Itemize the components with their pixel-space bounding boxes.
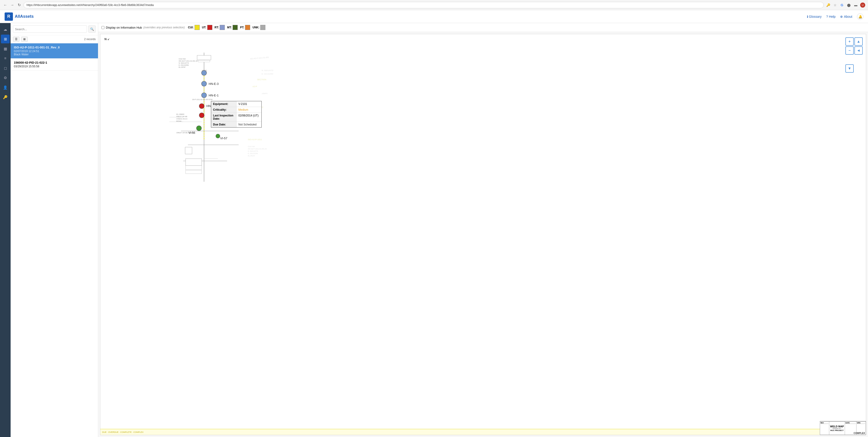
- svg-text:ISO-A2-P-1011: ISO-A2-P-1011: [248, 138, 262, 141]
- svg-text:CO2 NO: CO2 NO: [248, 146, 255, 148]
- svg-text:E: 231131550: E: 231131550: [262, 73, 273, 75]
- browser-bar: ← → ↻ 🔑 ☆ G ⬤ ▬ U: [0, 0, 868, 10]
- mt-swatch: [232, 25, 238, 30]
- criticality-label: Criticality:: [211, 107, 237, 113]
- svg-rect-8: [197, 55, 211, 60]
- svg-text:OREST OR ME NORTH: OREST OR ME NORTH: [176, 132, 194, 133]
- cui-swatch: [194, 25, 200, 30]
- svg-text:10NPS: 10NPS: [262, 92, 268, 95]
- menu-icon[interactable]: ▬: [853, 3, 858, 8]
- nav-controls: + ▲ − ◄ ▼ ►: [845, 37, 863, 73]
- tooltip-row-equipment: Equipment: V-2101: [211, 101, 261, 107]
- node-VI-57[interactable]: [216, 134, 220, 138]
- left-panel: 🔍 ☰ ⊞ 2 records ISO-A2-P-1011-01-001-31_…: [10, 23, 98, 437]
- node-VI-56[interactable]: [196, 126, 202, 131]
- sidebar-item-box[interactable]: ◻: [1, 64, 10, 72]
- sidebar-item-cloud[interactable]: ☁: [1, 25, 10, 34]
- mt-label: MT:: [227, 26, 232, 29]
- sidebar-item-settings[interactable]: ⚙: [1, 73, 10, 82]
- pt-label: PT:: [240, 26, 244, 29]
- rev-cell: REV: [820, 422, 829, 435]
- bottom-label-text: DUE · OVERDUE · COMPLETE · COMPLEX: [102, 431, 144, 433]
- key-browser-icon[interactable]: 🔑: [826, 3, 831, 8]
- zoom-out-btn[interactable]: −: [845, 46, 854, 55]
- svg-text:BOSAL...: BOSAL...: [176, 120, 183, 122]
- search-button[interactable]: 🔍: [88, 25, 96, 33]
- rt-label: RT:: [215, 26, 219, 29]
- main-content: Display on Information Hub (overrides an…: [98, 23, 868, 437]
- weld-map-title-cell: WELD MAP DRAWN BY: RUC PROJECT: [829, 422, 845, 435]
- sidebar-item-grid[interactable]: ▦: [1, 44, 10, 53]
- item-date-1: 03/29/2019 15:55:58: [14, 65, 95, 68]
- list-item-1[interactable]: 156000-42-PID-21-022-1 03/29/2019 15:55:…: [10, 59, 98, 70]
- node-HN-E-1[interactable]: [202, 93, 207, 98]
- cui-label: CUI:: [188, 26, 194, 29]
- content-toolbar: Display on Information Hub (overrides an…: [98, 23, 868, 32]
- svg-text:N: 332110773: N: 332110773: [262, 69, 273, 71]
- sidebar-item-list[interactable]: ≡: [1, 54, 10, 63]
- star-browser-icon[interactable]: ☆: [833, 3, 838, 8]
- refresh-button[interactable]: ↻: [17, 3, 22, 8]
- search-input[interactable]: [13, 25, 87, 33]
- back-button[interactable]: ←: [3, 3, 8, 8]
- unk-label: UNK:: [252, 26, 259, 29]
- grid-view-btn[interactable]: ⊞: [21, 37, 28, 42]
- hub-checkbox-input[interactable]: [101, 26, 104, 29]
- list-items: ISO-A2-P-1011-01-001-31_Rev_0 02/07/2019…: [10, 43, 98, 437]
- avatar-icon[interactable]: U: [860, 3, 865, 8]
- legend-RT: RT:: [215, 25, 225, 30]
- bottom-label-bar: DUE · OVERDUE · COMPLETE · COMPLEX: [100, 429, 820, 435]
- question-icon: ?: [826, 15, 828, 19]
- svg-text:SECTION: SECTION: [257, 79, 266, 81]
- svg-rect-13: [185, 147, 192, 154]
- legend-CUI: CUI:: [188, 25, 200, 30]
- svg-text:E: 231131550: E: 231131550: [248, 153, 258, 154]
- svg-text:N: 332110773: N: 332110773: [179, 62, 189, 64]
- sidebar-icons: ☁ ⊞ ▦ ≡ ◻ ⚙ 👤 🔑: [0, 23, 10, 437]
- zoom-in-btn[interactable]: +: [845, 37, 854, 46]
- tooltip-row-criticality: Criticality: Medium: [211, 107, 261, 113]
- g-icon[interactable]: G: [839, 3, 844, 8]
- svg-text:N: 332110776: N: 332110776: [248, 150, 258, 152]
- pan-down-btn[interactable]: ▼: [845, 64, 854, 73]
- pan-up-btn[interactable]: ▲: [855, 37, 863, 46]
- records-count: 2 records: [84, 38, 96, 41]
- glossary-label: Glossary: [809, 15, 822, 19]
- node-HN-E-3[interactable]: [202, 81, 207, 86]
- criticality-value: Medium: [237, 107, 261, 113]
- node-5[interactable]: [199, 113, 204, 118]
- complex-label: COMPLEX: [854, 432, 865, 434]
- svg-text:STEM E 45.0.5: STEM E 45.0.5: [176, 118, 187, 120]
- svg-rect-12: [186, 170, 202, 174]
- list-item-0[interactable]: ISO-A2-P-1011-01-001-31_Rev_0 02/07/2019…: [10, 43, 98, 59]
- display-hub-checkbox[interactable]: Display on Information Hub (overrides an…: [101, 26, 185, 29]
- view-toggle: ☰ ⊞ 2 records: [10, 35, 98, 43]
- info-icon: ℹ: [807, 15, 808, 19]
- svg-text:10I-P-1011-01-001-8IT-5790: 10I-P-1011-01-001-8IT-5790: [192, 99, 213, 100]
- item-title-1: 156000-42-PID-21-022-1: [14, 61, 95, 64]
- sidebar-item-user[interactable]: 👤: [1, 83, 10, 92]
- sidebar-item-hierarchy[interactable]: ⊞: [1, 35, 10, 43]
- about-label: About: [844, 15, 852, 19]
- notifications-bell[interactable]: 🔔: [857, 13, 863, 20]
- about-link[interactable]: ⊕ About: [840, 15, 852, 19]
- sidebar-item-key[interactable]: 🔑: [1, 93, 10, 101]
- map-area[interactable]: N ↙: [100, 34, 866, 435]
- overrides-text: (overrides any previous selection): [144, 26, 185, 29]
- pan-left-btn[interactable]: ◄: [855, 46, 863, 55]
- glossary-link[interactable]: ℹ Glossary: [807, 15, 822, 19]
- help-link[interactable]: ? Help: [826, 15, 836, 19]
- tooltip-row-inspection: Last Inspection Date: 02/06/2014 (UT): [211, 113, 261, 122]
- svg-text:ISO-A2-P-1011-01-001-30: ISO-A2-P-1011-01-001-30: [179, 60, 197, 62]
- node-HN-B-2[interactable]: [199, 103, 204, 108]
- item-date-0: 02/07/2019 12:24:51: [14, 50, 95, 53]
- address-bar[interactable]: [24, 2, 824, 8]
- list-view-btn[interactable]: ☰: [13, 37, 19, 42]
- item-subtitle-0: Black Water: [14, 53, 95, 56]
- forward-button[interactable]: →: [10, 3, 15, 8]
- pt-swatch: [245, 25, 250, 30]
- svg-rect-9: [198, 60, 210, 62]
- equipment-label: Equipment:: [211, 101, 237, 107]
- legend-UT: UT:: [202, 25, 212, 30]
- due-label: Due Date:: [211, 122, 237, 127]
